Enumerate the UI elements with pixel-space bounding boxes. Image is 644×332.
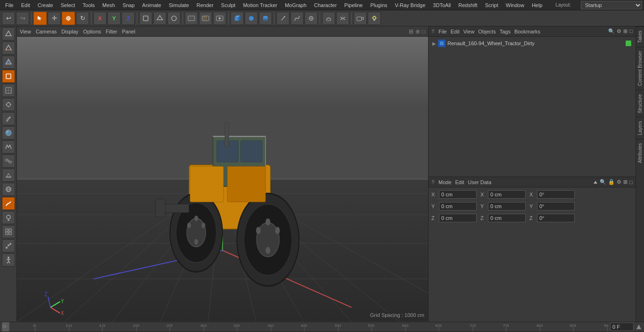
menu-render[interactable]: Render (193, 1, 217, 9)
viewport-area[interactable]: Perspective (17, 37, 428, 322)
obj-browser-file[interactable]: File (438, 29, 447, 34)
y-pos-input[interactable] (439, 202, 477, 211)
environment-btn[interactable] (2, 183, 15, 196)
viewport-menu-panel[interactable]: Panel (122, 29, 135, 34)
cylinder-primitive-button[interactable] (259, 12, 272, 25)
uvw-mode-btn[interactable] (2, 84, 15, 97)
timeline-ruler[interactable]: 0 5 10 15 20 25 30 35 40 (2, 322, 608, 332)
obj-browser-view[interactable]: View (463, 29, 475, 34)
object-mode-btn[interactable] (2, 70, 15, 83)
light-button[interactable] (368, 12, 381, 25)
sphere-primitive-button[interactable] (245, 12, 258, 25)
mograph-btn[interactable] (2, 239, 15, 252)
menu-plugins[interactable]: Plugins (367, 1, 390, 9)
menu-character[interactable]: Character (311, 1, 340, 9)
attr-userdata-menu[interactable]: User Data (468, 179, 492, 185)
attr-edit-menu[interactable]: Edit (455, 179, 464, 185)
viewport-expand-icon[interactable]: ⊞ (409, 28, 413, 35)
x-rot-input[interactable] (488, 190, 526, 199)
deform-btn[interactable] (2, 140, 15, 154)
obj-browser-tags[interactable]: Tags (500, 29, 511, 34)
layout-select[interactable]: Startup Standard Animate (581, 1, 642, 9)
menu-mesh[interactable]: Mesh (99, 1, 118, 9)
obj-browser-edit[interactable]: Edit (451, 29, 460, 34)
x-pos-input[interactable] (439, 190, 477, 199)
edges-tool-button[interactable] (167, 12, 181, 25)
attr-up-icon[interactable] (593, 180, 598, 185)
redo-button[interactable]: ↪ (16, 12, 29, 25)
menu-3dtoall[interactable]: 3DToAll (429, 1, 454, 9)
obj-browser-bookmarks[interactable]: Bookmarks (514, 29, 540, 34)
menu-window[interactable]: Window (503, 1, 528, 9)
viewport-menu-display[interactable]: Display (61, 29, 78, 34)
menu-animate[interactable]: Animate (139, 1, 165, 9)
viewport-menu-options[interactable]: Options (83, 29, 101, 34)
attr-settings-icon2[interactable]: ⚙ (617, 179, 621, 185)
obj-settings-icon[interactable]: ⚙ (617, 28, 621, 34)
vtab-takes[interactable]: Takes (636, 26, 644, 47)
xpresso-btn[interactable] (2, 154, 15, 168)
points-tool-button[interactable] (153, 12, 166, 25)
z-rot-input[interactable] (488, 214, 526, 222)
symmetry-button[interactable] (336, 12, 349, 25)
attr-lock-icon[interactable]: 🔒 (608, 179, 615, 185)
menu-redshift[interactable]: Redshift (455, 1, 480, 9)
z-axis-button[interactable]: Z (122, 12, 135, 25)
render-view-button[interactable] (185, 12, 198, 25)
vtab-content-browser[interactable]: Content Browser (636, 47, 644, 89)
menu-script[interactable]: Script (482, 1, 502, 9)
deformer-button[interactable] (322, 12, 335, 25)
scale-tool-button[interactable] (62, 12, 75, 25)
viewport-move-icon[interactable]: ⊕ (415, 28, 420, 35)
viewport-menu-cameras[interactable]: Cameras (36, 29, 57, 34)
vtab-attributes[interactable]: Attributes (636, 139, 644, 167)
z-scale-input[interactable] (537, 214, 575, 222)
z-pos-input[interactable] (439, 214, 477, 222)
edges-mode-btn[interactable] (2, 41, 15, 55)
sculpt-btn[interactable] (2, 197, 15, 210)
undo-button[interactable]: ↩ (2, 12, 15, 25)
brush-btn[interactable] (2, 112, 15, 125)
render-active-button[interactable] (213, 12, 226, 25)
material-btn[interactable] (2, 126, 15, 139)
attr-maximize-icon2[interactable]: □ (629, 179, 633, 185)
menu-help[interactable]: Help (528, 1, 546, 9)
obj-color-dot[interactable] (625, 40, 632, 47)
menu-tools[interactable]: Tools (79, 1, 98, 9)
menu-edit[interactable]: Edit (18, 1, 33, 9)
attr-search-icon2[interactable]: 🔍 (600, 179, 606, 185)
select-tool-button[interactable] (33, 12, 47, 25)
y-scale-input[interactable] (537, 202, 575, 211)
render-region-button[interactable] (199, 12, 212, 25)
attr-mode-menu[interactable]: Mode (438, 179, 452, 185)
viewport-maximize-icon[interactable]: □ (422, 28, 425, 35)
obj-expand-icon[interactable]: ⊞ (623, 28, 627, 34)
obj-search-icon[interactable]: 🔍 (608, 28, 615, 34)
grid-btn[interactable] (2, 225, 15, 238)
move-tool-button[interactable]: ✛ (48, 12, 61, 25)
character-btn[interactable] (2, 253, 15, 267)
polygon-mode-btn[interactable] (2, 56, 15, 69)
viewport-menu-filter[interactable]: Filter (106, 29, 117, 34)
x-scale-input[interactable] (537, 190, 575, 199)
y-axis-button[interactable]: Y (107, 12, 121, 25)
camera-button[interactable] (354, 12, 367, 25)
menu-mograph[interactable]: MoGraph (281, 1, 310, 9)
menu-snap[interactable]: Snap (119, 1, 138, 9)
menu-sculpt[interactable]: Sculpt (218, 1, 239, 9)
attr-expand-icon2[interactable]: ⊞ (623, 179, 627, 185)
menu-vray[interactable]: V-Ray Bridge (392, 1, 429, 9)
cube-primitive-button[interactable] (231, 12, 244, 25)
obj-browser-objects[interactable]: Objects (478, 29, 495, 34)
floor-btn[interactable] (2, 169, 15, 182)
pen-tool-button[interactable] (276, 12, 289, 25)
menu-file[interactable]: File (2, 1, 17, 9)
snap-btn[interactable] (2, 98, 15, 111)
obj-maximize-icon[interactable]: □ (629, 28, 633, 34)
points-mode-btn[interactable] (2, 27, 15, 40)
menu-create[interactable]: Create (34, 1, 57, 9)
menu-select[interactable]: Select (58, 1, 79, 9)
object-tool-button[interactable] (139, 12, 152, 25)
current-frame-input[interactable] (610, 323, 634, 331)
spline-tool-button[interactable] (290, 12, 304, 25)
